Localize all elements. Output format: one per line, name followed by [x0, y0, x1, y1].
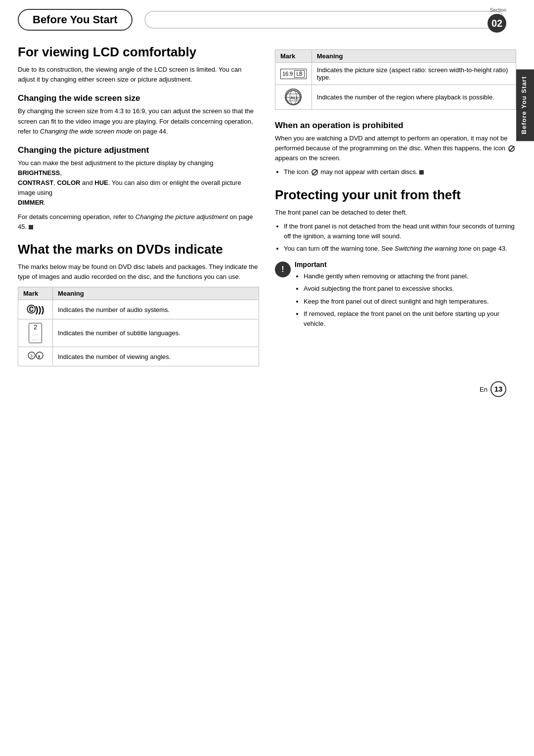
side-tab-label: Before You Start [520, 76, 528, 134]
table-row: Ⓒ))) Indicates the number of audio syste… [18, 300, 259, 319]
subtitle-icon: 2···· [29, 323, 43, 343]
prohibited-body: When you are watching a DVD and attempt … [275, 133, 516, 163]
mark-cell-subtitle: 2···· [18, 319, 53, 347]
list-item: Handle gently when removing or attaching… [304, 271, 516, 281]
picture-adj-bold4: HUE [94, 179, 108, 186]
picture-adj-ref-text: For details concerning operation, refer … [18, 213, 134, 221]
region-svg: ALL [285, 89, 301, 104]
svg-text:ALL: ALL [290, 95, 299, 100]
theft-bullets: If the front panel is not detached from … [275, 222, 516, 254]
table-col-mark: Mark [18, 287, 53, 300]
aspect-table-header: Mark Meaning [275, 50, 516, 63]
svg-text:▮: ▮ [38, 355, 40, 358]
picture-adj-bold2: CONTRAST [18, 179, 53, 186]
right-column: Mark Meaning 16:9 LB Indicates the pictu… [275, 44, 516, 366]
meaning-cell-angle: Indicates the number of viewing angles. [53, 347, 259, 366]
theft-title: Protecting your unit from theft [275, 187, 516, 203]
dvd-marks-table: Mark Meaning Ⓒ))) Indicates the number o… [18, 287, 259, 366]
picture-adj-title: Changing the picture adjustment [18, 145, 259, 155]
stop-icon-picture [29, 225, 33, 229]
wide-screen-italic: Changing the wide screen mode [40, 128, 132, 135]
lb-badge: LB [294, 70, 304, 78]
section-number: 02 [488, 14, 506, 33]
picture-adj-bold1: BRIGHTNESS [18, 169, 60, 177]
aspect-table: Mark Meaning 16:9 LB Indicates the pictu… [275, 49, 516, 110]
footer-page-number: 13 [490, 381, 506, 397]
table-col-meaning: Meaning [53, 287, 259, 300]
main-content: For viewing LCD comfortably Due to its c… [0, 31, 534, 376]
aspect-ratio-text: 16:9 [282, 71, 293, 77]
picture-adj-body6: . [44, 199, 46, 206]
picture-adj-italic: Changing the picture adjustment [135, 213, 228, 221]
mark-cell-region: ALL [275, 85, 312, 110]
important-title: Important [295, 261, 516, 268]
svg-text:3: 3 [30, 354, 33, 358]
section-label: Section [490, 7, 506, 13]
important-box: ! Important Handle gently when removing … [275, 261, 516, 333]
angle-icon: 3 ▮ [27, 354, 44, 362]
picture-adj-body: You can make the best adjustment to the … [18, 158, 259, 208]
table-row: 16:9 LB Indicates the picture size (aspe… [275, 63, 516, 85]
wide-screen-body: By changing the screen size from 4:3 to … [18, 106, 259, 136]
important-content: Important Handle gently when removing or… [295, 261, 516, 333]
prohibited-body2-text: appears on the screen. [275, 154, 341, 162]
lcd-body: Due to its construction, the viewing ang… [18, 65, 259, 85]
left-column: For viewing LCD comfortably Due to its c… [18, 44, 259, 366]
theft-bullet-italic: Switching the warning tone [395, 245, 471, 252]
side-tab: Before You Start [516, 69, 534, 141]
table-row: ALL Indicates the number of the region w… [275, 85, 516, 110]
header-center-bar [144, 11, 504, 29]
prohibited-bullet-icon [312, 169, 318, 176]
aspect-col-meaning: Meaning [312, 50, 516, 63]
lcd-section-title: For viewing LCD comfortably [18, 44, 259, 60]
prohibited-inline-icon [508, 145, 515, 152]
dvd-marks-body: The marks below may be found on DVD disc… [18, 262, 259, 282]
top-header: Before You Start Section 02 [0, 0, 534, 31]
meaning-cell-aspect: Indicates the picture size (aspect ratio… [312, 63, 516, 85]
table-header-row: Mark Meaning [18, 287, 259, 300]
aspect-icon: 16:9 LB [280, 69, 307, 79]
list-item: You can turn off the warning tone. See S… [284, 244, 516, 254]
theft-bullet-1: If the front panel is not detached from … [284, 222, 515, 240]
meaning-cell-region: Indicates the number of the region where… [312, 85, 516, 110]
picture-adj-bold3: COLOR [57, 179, 80, 186]
prohibited-title: When an operation is prohibited [275, 121, 516, 131]
prohibited-bullet2: may not appear with certain discs. [320, 168, 418, 176]
picture-adj-body2: , [60, 169, 62, 177]
table-row: 3 ▮ Indicates the number of viewing angl… [18, 347, 259, 366]
prohibited-body1-text: When you are watching a DVD and attempt … [275, 134, 507, 152]
mark-cell-angle: 3 ▮ [18, 347, 53, 366]
list-item: Avoid subjecting the front panel to exce… [304, 284, 516, 294]
mark-cell-audio: Ⓒ))) [18, 300, 53, 319]
table-row: 2···· Indicates the number of subtitle l… [18, 319, 259, 347]
wide-screen-title: Changing the wide screen size [18, 93, 259, 103]
important-bullets-list: Handle gently when removing or attaching… [295, 271, 516, 329]
list-item: If removed, replace the front panel on t… [304, 309, 516, 329]
picture-adj-body4: and [80, 179, 94, 186]
angle-svg: 3 ▮ [27, 351, 44, 360]
picture-adj-body1: You can make the best adjustment to the … [18, 159, 214, 167]
section-info: Section 02 [486, 5, 506, 33]
footer: En 13 [0, 376, 534, 407]
list-item: If the front panel is not detached from … [284, 222, 516, 241]
audio-icon: Ⓒ))) [27, 305, 44, 314]
footer-en: En [480, 386, 488, 393]
list-item: Keep the front panel out of direct sunli… [304, 297, 516, 307]
meaning-cell-audio: Indicates the number of audio systems. [53, 300, 259, 319]
picture-adj-bold5: DIMMER [18, 199, 44, 206]
mark-cell-aspect: 16:9 LB [275, 63, 312, 85]
theft-bullet-2-text: You can turn off the warning tone. See [284, 245, 395, 252]
page-title: Before You Start [18, 9, 133, 31]
region-icon: ALL [285, 89, 302, 105]
meaning-cell-subtitle: Indicates the number of subtitle languag… [53, 319, 259, 347]
list-item: The icon may not appear with certain dis… [284, 167, 516, 177]
important-icon: ! [275, 262, 291, 277]
dvd-marks-title: What the marks on DVDs indicate [18, 242, 259, 257]
picture-adj-ref: For details concerning operation, refer … [18, 212, 259, 232]
stop-icon-prohibited [419, 170, 424, 175]
wide-screen-page: on page 44. [134, 128, 168, 135]
aspect-col-mark: Mark [275, 50, 312, 63]
prohibited-bullet1: The icon [284, 168, 309, 176]
theft-bullet-page: on page 43. [473, 245, 507, 252]
prohibited-bullets: The icon may not appear with certain dis… [275, 167, 516, 177]
